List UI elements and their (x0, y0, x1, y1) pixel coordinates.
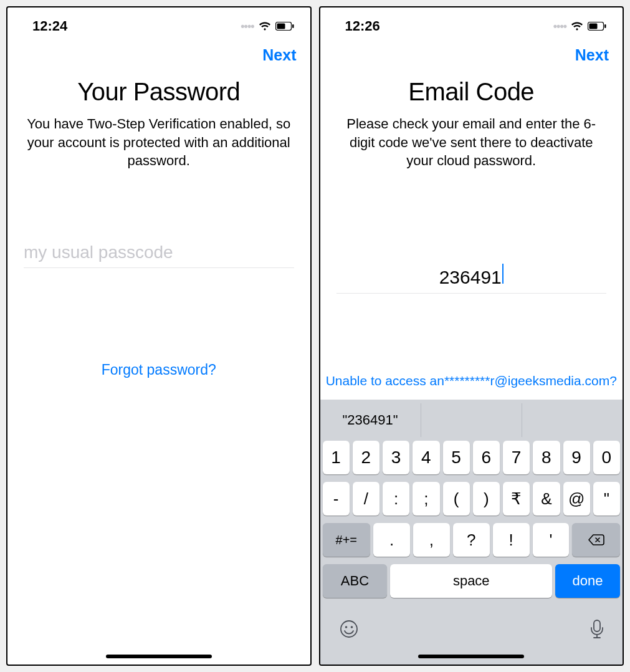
key-paren-close[interactable]: ) (473, 482, 500, 516)
status-bar: 12:24 •••• (7, 7, 310, 40)
mic-icon[interactable] (590, 619, 604, 643)
key-comma[interactable]: , (413, 523, 450, 557)
key-3[interactable]: 3 (383, 441, 409, 474)
page-title: Your Password (7, 78, 310, 106)
svg-rect-1 (277, 24, 285, 29)
next-button[interactable]: Next (262, 46, 296, 64)
svg-point-6 (341, 621, 357, 637)
status-right: •••• (553, 20, 606, 33)
key-symbols-toggle[interactable]: #+= (323, 523, 371, 557)
forgot-password-link[interactable]: Forgot password? (7, 362, 310, 378)
key-4[interactable]: 4 (413, 441, 439, 474)
svg-rect-5 (604, 24, 606, 28)
page-subtitle: Please check your email and enter the 6-… (338, 115, 606, 170)
key-row-4: ABC space done (323, 564, 621, 598)
page-subtitle: You have Two-Step Verification enabled, … (25, 115, 293, 170)
cellular-dots-icon: •••• (553, 20, 566, 33)
key-question[interactable]: ? (453, 523, 490, 557)
home-indicator[interactable] (418, 655, 524, 658)
svg-rect-2 (292, 24, 294, 28)
key-colon[interactable]: : (383, 482, 409, 516)
svg-point-7 (345, 626, 347, 628)
wifi-icon (570, 21, 584, 31)
phone-right: 12:26 •••• Next Email Code Please check … (319, 6, 624, 666)
password-input[interactable] (24, 242, 294, 262)
key-ampersand[interactable]: & (533, 482, 560, 516)
emoji-icon[interactable] (339, 619, 359, 643)
key-1[interactable]: 1 (323, 441, 350, 474)
page-title: Email Code (320, 78, 623, 106)
next-button[interactable]: Next (575, 46, 609, 64)
key-5[interactable]: 5 (443, 441, 470, 474)
status-bar: 12:26 •••• (320, 7, 623, 40)
key-apostrophe[interactable]: ' (533, 523, 570, 557)
key-0[interactable]: 0 (593, 441, 620, 474)
phone-left: 12:24 •••• Next Your Password You have T… (6, 6, 312, 666)
backspace-icon (588, 534, 605, 546)
nav-bar: Next (320, 40, 623, 69)
key-6[interactable]: 6 (473, 441, 500, 474)
content-area: Email Code Please check your email and e… (320, 69, 623, 665)
cellular-dots-icon: •••• (241, 20, 254, 33)
battery-icon (275, 22, 294, 31)
key-period[interactable]: . (373, 523, 410, 557)
key-7[interactable]: 7 (503, 441, 530, 474)
key-dash[interactable]: - (323, 482, 350, 516)
battery-icon (588, 22, 606, 31)
svg-rect-4 (589, 24, 598, 29)
ios-keyboard: "236491" 1 2 3 4 5 6 7 8 9 0 - (320, 400, 623, 665)
key-paren-open[interactable]: ( (443, 482, 470, 516)
key-rupee[interactable]: ₹ (503, 482, 530, 516)
key-row-1: 1 2 3 4 5 6 7 8 9 0 (323, 441, 621, 474)
key-quote[interactable]: " (593, 482, 620, 516)
suggestion-1[interactable]: "236491" (320, 403, 421, 437)
code-input[interactable]: 236491 (439, 264, 504, 288)
suggestion-3[interactable] (522, 403, 623, 437)
content-area: Your Password You have Two-Step Verifica… (7, 69, 310, 665)
key-8[interactable]: 8 (533, 441, 560, 474)
svg-point-8 (350, 626, 353, 628)
key-slash[interactable]: / (353, 482, 379, 516)
nav-bar: Next (7, 40, 310, 69)
unable-access-link[interactable]: Unable to access an*********r@igeeksmedi… (320, 373, 623, 400)
text-caret (502, 264, 504, 284)
key-abc[interactable]: ABC (323, 564, 388, 598)
code-field-wrap[interactable]: 236491 (336, 264, 607, 294)
status-time: 12:26 (345, 18, 380, 34)
key-at[interactable]: @ (563, 482, 590, 516)
suggestion-bar: "236491" (320, 403, 623, 437)
key-space[interactable]: space (390, 564, 552, 598)
password-field-wrap (24, 242, 294, 268)
status-time: 12:24 (32, 18, 67, 34)
svg-rect-9 (594, 620, 600, 631)
key-row-3: #+= . , ? ! ' (323, 523, 621, 557)
key-row-2: - / : ; ( ) ₹ & @ " (323, 482, 621, 516)
key-9[interactable]: 9 (563, 441, 590, 474)
key-rows: 1 2 3 4 5 6 7 8 9 0 - / : ; ( ) (320, 437, 623, 598)
key-semicolon[interactable]: ; (413, 482, 439, 516)
suggestion-2[interactable] (421, 403, 522, 437)
key-2[interactable]: 2 (353, 441, 379, 474)
key-backspace[interactable] (572, 523, 620, 557)
home-indicator[interactable] (106, 655, 212, 658)
status-right: •••• (241, 20, 294, 33)
key-exclaim[interactable]: ! (493, 523, 530, 557)
wifi-icon (258, 21, 272, 31)
code-value: 236491 (439, 267, 502, 288)
key-done[interactable]: done (555, 564, 620, 598)
